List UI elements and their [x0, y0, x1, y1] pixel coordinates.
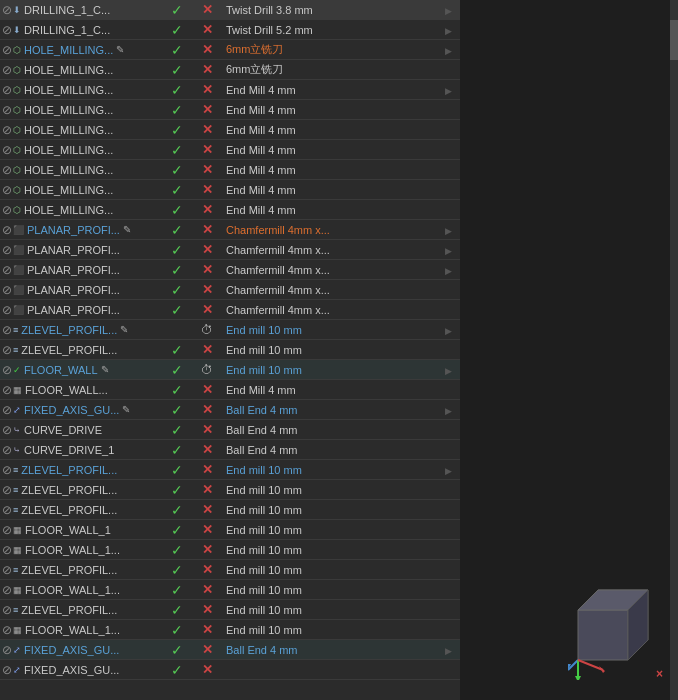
- check-cell[interactable]: ✓: [162, 42, 192, 58]
- check-cell[interactable]: ✓: [162, 142, 192, 158]
- table-row[interactable]: ⊘▦ FLOOR_WALL_1... ✓ ✕ End mill 10 mm: [0, 620, 460, 640]
- table-row[interactable]: ⊘⬛ PLANAR_PROFI... ✎ ✓ ✕ Chamfermill 4mm…: [0, 220, 460, 240]
- xcol-cell[interactable]: ✕: [192, 22, 222, 37]
- check-cell[interactable]: ✓: [162, 242, 192, 258]
- table-row[interactable]: ⊘≡ ZLEVEL_PROFIL... ✓ ✕ End mill 10 mm: [0, 480, 460, 500]
- check-cell[interactable]: ✓: [162, 342, 192, 358]
- xcol-cell[interactable]: ✕: [192, 402, 222, 417]
- xcol-cell[interactable]: ⏱: [192, 363, 222, 377]
- xcol-cell[interactable]: ✕: [192, 42, 222, 57]
- check-cell[interactable]: ✓: [162, 362, 192, 378]
- check-cell[interactable]: ✓: [162, 402, 192, 418]
- scrollbar-thumb[interactable]: [670, 20, 678, 60]
- table-row[interactable]: ⊘✓ FLOOR_WALL ✎ ✓ ⏱ End mill 10 mm ▶: [0, 360, 460, 380]
- xcol-cell[interactable]: ✕: [192, 102, 222, 117]
- xcol-cell[interactable]: ✕: [192, 482, 222, 497]
- xcol-cell[interactable]: ✕: [192, 62, 222, 77]
- table-row[interactable]: ⊘⬛ PLANAR_PROFI... ✓ ✕ Chamfermill 4mm x…: [0, 260, 460, 280]
- table-row[interactable]: ⊘⬇ DRILLING_1_C... ✓ ✕ Twist Drill 3.8 m…: [0, 0, 460, 20]
- table-row[interactable]: ⊘≡ ZLEVEL_PROFIL... ✎ ⏱ End mill 10 mm ▶: [0, 320, 460, 340]
- table-row[interactable]: ⊘≡ ZLEVEL_PROFIL... ✓ ✕ End mill 10 mm: [0, 500, 460, 520]
- xcol-cell[interactable]: ✕: [192, 2, 222, 17]
- table-row[interactable]: ⊘⤢ FIXED_AXIS_GU... ✎ ✓ ✕ Ball End 4 mm …: [0, 400, 460, 420]
- table-row[interactable]: ⊘≡ ZLEVEL_PROFIL... ✓ ✕ End mill 10 mm: [0, 340, 460, 360]
- table-row[interactable]: ⊘▦ FLOOR_WALL_1 ✓ ✕ End mill 10 mm: [0, 520, 460, 540]
- table-row[interactable]: ⊘▦ FLOOR_WALL_1... ✓ ✕ End mill 10 mm: [0, 580, 460, 600]
- table-row[interactable]: ⊘⬡ HOLE_MILLING... ✓ ✕ End Mill 4 mm: [0, 200, 460, 220]
- xcol-cell[interactable]: ✕: [192, 342, 222, 357]
- operations-list[interactable]: ⊘⬇ DRILLING_1_C... ✓ ✕ Twist Drill 3.8 m…: [0, 0, 460, 700]
- check-cell[interactable]: ✓: [162, 562, 192, 578]
- xcol-cell[interactable]: ⏱: [192, 323, 222, 337]
- xcol-cell[interactable]: ✕: [192, 122, 222, 137]
- xcol-cell[interactable]: ✕: [192, 202, 222, 217]
- check-cell[interactable]: ✓: [162, 442, 192, 458]
- table-row[interactable]: ⊘⤢ FIXED_AXIS_GU... ✓ ✕ Ball End 4 mm ▶: [0, 640, 460, 660]
- xcol-cell[interactable]: ✕: [192, 142, 222, 157]
- table-row[interactable]: ⊘⬡ HOLE_MILLING... ✓ ✕ End Mill 4 mm: [0, 120, 460, 140]
- xcol-cell[interactable]: ✕: [192, 662, 222, 677]
- check-cell[interactable]: ✓: [162, 542, 192, 558]
- xcol-cell[interactable]: ✕: [192, 562, 222, 577]
- table-row[interactable]: ⊘▦ FLOOR_WALL_1... ✓ ✕ End mill 10 mm: [0, 540, 460, 560]
- check-cell[interactable]: ✓: [162, 502, 192, 518]
- xcol-cell[interactable]: ✕: [192, 502, 222, 517]
- table-row[interactable]: ⊘≡ ZLEVEL_PROFIL... ✓ ✕ End mill 10 mm: [0, 600, 460, 620]
- check-cell[interactable]: ✓: [162, 22, 192, 38]
- check-cell[interactable]: ✓: [162, 262, 192, 278]
- xcol-cell[interactable]: ✕: [192, 602, 222, 617]
- xcol-cell[interactable]: ✕: [192, 82, 222, 97]
- xcol-cell[interactable]: ✕: [192, 182, 222, 197]
- xcol-cell[interactable]: ✕: [192, 162, 222, 177]
- xcol-cell[interactable]: ✕: [192, 582, 222, 597]
- check-cell[interactable]: ✓: [162, 482, 192, 498]
- xcol-cell[interactable]: ✕: [192, 622, 222, 637]
- table-row[interactable]: ⊘▦ FLOOR_WALL... ✓ ✕ End Mill 4 mm: [0, 380, 460, 400]
- check-cell[interactable]: ✓: [162, 382, 192, 398]
- xcol-cell[interactable]: ✕: [192, 422, 222, 437]
- table-row[interactable]: ⊘⤢ FIXED_AXIS_GU... ✓ ✕: [0, 660, 460, 680]
- table-row[interactable]: ⊘≡ ZLEVEL_PROFIL... ✓ ✕ End mill 10 mm ▶: [0, 460, 460, 480]
- check-cell[interactable]: ✓: [162, 422, 192, 438]
- check-cell[interactable]: ✓: [162, 642, 192, 658]
- xcol-cell[interactable]: ✕: [192, 382, 222, 397]
- check-cell[interactable]: ✓: [162, 302, 192, 318]
- check-cell[interactable]: ✓: [162, 102, 192, 118]
- table-row[interactable]: ⊘⤷ CURVE_DRIVE ✓ ✕ Ball End 4 mm: [0, 420, 460, 440]
- table-row[interactable]: ⊘⬡ HOLE_MILLING... ✓ ✕ End Mill 4 mm: [0, 160, 460, 180]
- check-cell[interactable]: ✓: [162, 162, 192, 178]
- xcol-cell[interactable]: ✕: [192, 442, 222, 457]
- table-row[interactable]: ⊘⤷ CURVE_DRIVE_1 ✓ ✕ Ball End 4 mm: [0, 440, 460, 460]
- xcol-cell[interactable]: ✕: [192, 242, 222, 257]
- check-cell[interactable]: ✓: [162, 82, 192, 98]
- check-cell[interactable]: ✓: [162, 202, 192, 218]
- check-cell[interactable]: ✓: [162, 582, 192, 598]
- table-row[interactable]: ⊘≡ ZLEVEL_PROFIL... ✓ ✕ End mill 10 mm: [0, 560, 460, 580]
- table-row[interactable]: ⊘⬡ HOLE_MILLING... ✓ ✕ End Mill 4 mm ▶: [0, 80, 460, 100]
- table-row[interactable]: ⊘⬛ PLANAR_PROFI... ✓ ✕ Chamfermill 4mm x…: [0, 300, 460, 320]
- table-row[interactable]: ⊘⬡ HOLE_MILLING... ✓ ✕ 6mm立铣刀: [0, 60, 460, 80]
- table-row[interactable]: ⊘⬛ PLANAR_PROFI... ✓ ✕ Chamfermill 4mm x…: [0, 280, 460, 300]
- check-cell[interactable]: ✓: [162, 282, 192, 298]
- table-row[interactable]: ⊘⬇ DRILLING_1_C... ✓ ✕ Twist Drill 5.2 m…: [0, 20, 460, 40]
- check-cell[interactable]: ✓: [162, 182, 192, 198]
- check-cell[interactable]: ✓: [162, 222, 192, 238]
- xcol-cell[interactable]: ✕: [192, 522, 222, 537]
- xcol-cell[interactable]: ✕: [192, 302, 222, 317]
- xcol-cell[interactable]: ✕: [192, 282, 222, 297]
- check-cell[interactable]: ✓: [162, 462, 192, 478]
- xcol-cell[interactable]: ✕: [192, 222, 222, 237]
- xcol-cell[interactable]: ✕: [192, 462, 222, 477]
- check-cell[interactable]: ✓: [162, 622, 192, 638]
- table-row[interactable]: ⊘⬡ HOLE_MILLING... ✓ ✕ End Mill 4 mm: [0, 180, 460, 200]
- table-row[interactable]: ⊘⬡ HOLE_MILLING... ✓ ✕ End Mill 4 mm: [0, 100, 460, 120]
- xcol-cell[interactable]: ✕: [192, 542, 222, 557]
- check-cell[interactable]: ✓: [162, 62, 192, 78]
- check-cell[interactable]: ✓: [162, 522, 192, 538]
- xcol-cell[interactable]: ✕: [192, 642, 222, 657]
- table-row[interactable]: ⊘⬡ HOLE_MILLING... ✓ ✕ End Mill 4 mm: [0, 140, 460, 160]
- table-row[interactable]: ⊘⬛ PLANAR_PROFI... ✓ ✕ Chamfermill 4mm x…: [0, 240, 460, 260]
- check-cell[interactable]: ✓: [162, 2, 192, 18]
- check-cell[interactable]: ✓: [162, 122, 192, 138]
- table-row[interactable]: ⊘⬡ HOLE_MILLING... ✎ ✓ ✕ 6mm立铣刀 ▶: [0, 40, 460, 60]
